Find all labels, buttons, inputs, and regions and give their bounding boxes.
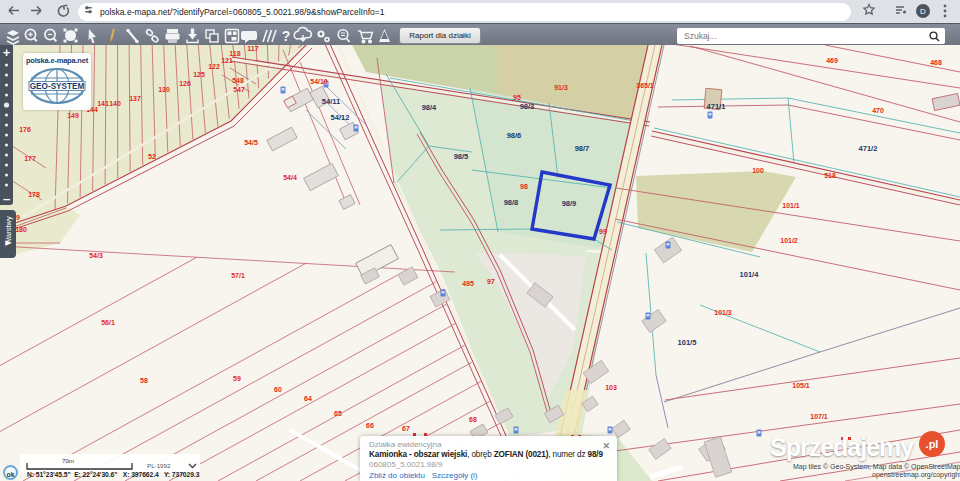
svg-text:101/3: 101/3 [714,309,732,316]
svg-text:64: 64 [304,395,312,402]
svg-text:54/3: 54/3 [89,252,103,259]
svg-text:98/3: 98/3 [520,102,535,111]
svg-text:118: 118 [229,50,240,57]
svg-text:140: 140 [109,100,121,107]
svg-text:58: 58 [140,377,148,384]
svg-text:125: 125 [193,71,205,78]
svg-text:121: 121 [221,57,233,64]
svg-text:101/5: 101/5 [678,338,697,347]
svg-text:177: 177 [24,155,36,162]
svg-text:68: 68 [469,416,477,423]
svg-text:98/9: 98/9 [562,199,577,208]
svg-text:91/3: 91/3 [554,84,568,91]
svg-text:100: 100 [752,167,764,174]
svg-text:98/4: 98/4 [422,103,437,112]
svg-text:126: 126 [179,80,191,87]
svg-text:54/10: 54/10 [310,78,328,85]
svg-text:GEO-SYSTEM: GEO-SYSTEM [30,82,85,91]
svg-text:101/1: 101/1 [782,202,800,209]
svg-text:98: 98 [520,183,528,190]
svg-text:98/5: 98/5 [454,152,469,161]
svg-text:?: ? [282,28,291,44]
svg-text:117: 117 [247,45,258,52]
svg-text:470: 470 [872,107,884,114]
svg-text:130: 130 [158,86,170,93]
svg-text:54/12: 54/12 [331,113,350,122]
svg-text:518: 518 [824,172,836,179]
svg-text:54/11: 54/11 [322,97,340,106]
svg-text:66: 66 [366,422,374,429]
svg-text:101/2: 101/2 [780,237,798,244]
svg-text:97: 97 [487,278,495,285]
svg-text:107/1: 107/1 [810,413,828,420]
svg-text:70m: 70m [62,457,74,464]
svg-text:56/1: 56/1 [101,319,115,326]
svg-text:176: 176 [19,126,31,133]
svg-text:98/7: 98/7 [575,144,590,153]
svg-text:471/1: 471/1 [707,102,726,111]
svg-text:471/2: 471/2 [859,144,878,153]
svg-text:54/5: 54/5 [244,139,258,146]
svg-text:547: 547 [233,86,245,93]
svg-text:137: 137 [129,95,141,102]
svg-text:57/1: 57/1 [231,272,245,279]
svg-text:95: 95 [513,94,521,101]
svg-text:178: 178 [28,191,40,198]
svg-text:52: 52 [148,153,156,160]
svg-text:469: 469 [826,57,838,64]
svg-text:495: 495 [462,280,474,287]
svg-text:54/4: 54/4 [283,174,297,181]
svg-text:65: 65 [334,410,342,417]
svg-text:PL-1992: PL-1992 [147,462,171,469]
svg-text:365/1: 365/1 [636,82,654,89]
svg-text:59: 59 [233,375,241,382]
svg-text:103: 103 [605,384,617,391]
svg-text:98/8: 98/8 [504,198,519,207]
svg-text:468: 468 [930,59,942,66]
svg-text:98/6: 98/6 [507,131,522,140]
svg-text:105/1: 105/1 [792,382,810,389]
svg-text:548: 548 [232,77,244,84]
svg-text:141: 141 [97,100,109,107]
svg-text:122: 122 [208,63,220,70]
svg-text:99: 99 [599,228,607,235]
svg-text:149: 149 [67,112,79,119]
svg-text:101/4: 101/4 [740,270,760,279]
svg-text:67: 67 [402,425,410,432]
svg-text:60: 60 [274,386,282,393]
svg-text:180: 180 [15,226,27,233]
